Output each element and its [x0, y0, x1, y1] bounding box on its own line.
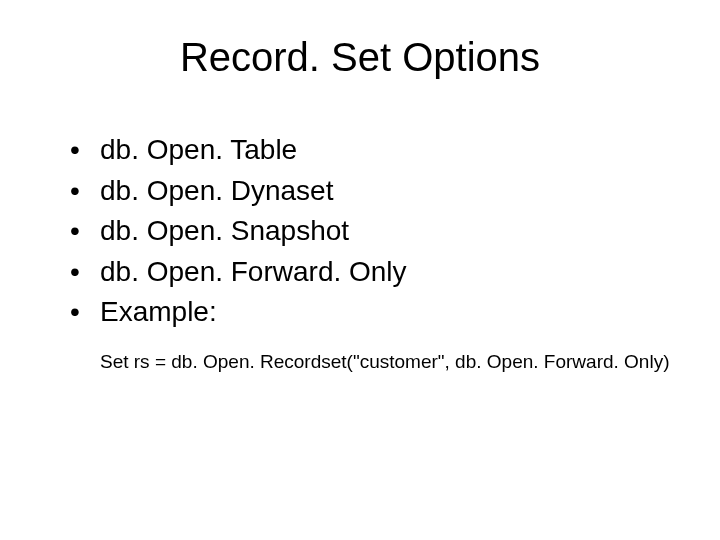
slide-title: Record. Set Options	[50, 35, 670, 80]
list-item: db. Open. Snapshot	[70, 211, 670, 252]
list-item: Example:	[70, 292, 670, 333]
slide-container: Record. Set Options db. Open. Table db. …	[0, 0, 720, 540]
code-example: Set rs = db. Open. Recordset("customer",…	[50, 351, 670, 373]
list-item: db. Open. Table	[70, 130, 670, 171]
bullet-list: db. Open. Table db. Open. Dynaset db. Op…	[50, 130, 670, 333]
list-item: db. Open. Dynaset	[70, 171, 670, 212]
list-item: db. Open. Forward. Only	[70, 252, 670, 293]
